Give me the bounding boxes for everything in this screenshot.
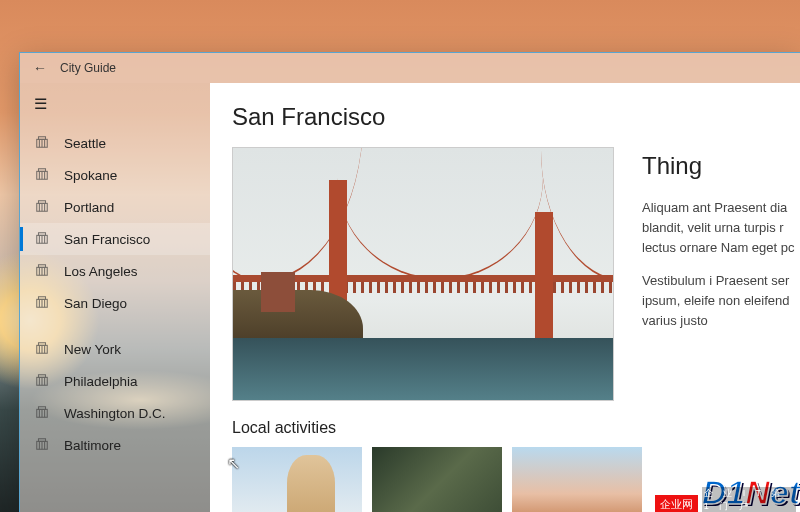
window-title: City Guide bbox=[60, 61, 116, 75]
sidebar-item-portland[interactable]: Portland bbox=[20, 191, 210, 223]
nav-list: SeattleSpokanePortlandSan FranciscoLos A… bbox=[20, 127, 210, 461]
aside-p2: Vestibulum i Praesent ser ipsum, eleife … bbox=[642, 271, 800, 331]
sidebar-item-label: Los Angeles bbox=[64, 264, 138, 279]
watermark: 企业网 D1Net 企 业 I T 第 1 门 户 bbox=[655, 473, 800, 512]
aside-heading: Thing bbox=[642, 147, 800, 184]
client-area: ☰ SeattleSpokanePortlandSan FranciscoLos… bbox=[20, 83, 800, 512]
sidebar-item-label: Baltimore bbox=[64, 438, 121, 453]
watermark-red: 企业网 bbox=[655, 495, 698, 512]
city-icon bbox=[34, 341, 50, 358]
sidebar-item-label: New York bbox=[64, 342, 121, 357]
city-icon bbox=[34, 167, 50, 184]
svg-rect-39 bbox=[39, 374, 46, 377]
svg-rect-24 bbox=[39, 264, 46, 267]
svg-rect-49 bbox=[39, 438, 46, 441]
svg-rect-29 bbox=[39, 296, 46, 299]
sidebar-item-san-diego[interactable]: San Diego bbox=[20, 287, 210, 319]
sidebar-item-new-york[interactable]: New York bbox=[20, 333, 210, 365]
svg-rect-44 bbox=[39, 406, 46, 409]
city-icon bbox=[34, 295, 50, 312]
app-window: ← City Guide ☰ SeattleSpokanePortlandSan… bbox=[19, 52, 800, 512]
sidebar-item-san-francisco[interactable]: San Francisco bbox=[20, 223, 210, 255]
sidebar-item-label: Spokane bbox=[64, 168, 117, 183]
sidebar-item-label: Seattle bbox=[64, 136, 106, 151]
svg-rect-9 bbox=[39, 168, 46, 171]
svg-rect-4 bbox=[39, 136, 46, 139]
sidebar-item-philadelphia[interactable]: Philadelphia bbox=[20, 365, 210, 397]
city-icon bbox=[34, 199, 50, 216]
hero-image bbox=[232, 147, 614, 401]
content-pane: San Francisco Thing Aliquam ant Praesent… bbox=[210, 83, 800, 512]
city-icon bbox=[34, 135, 50, 152]
back-button[interactable]: ← bbox=[20, 53, 60, 83]
aside-p1: Aliquam ant Praesent dia blandit, velit … bbox=[642, 198, 800, 258]
sidebar-item-label: San Diego bbox=[64, 296, 127, 311]
watermark-sub: 企 业 I T 第 1 门 户 bbox=[702, 487, 796, 512]
activity-thumb[interactable] bbox=[372, 447, 502, 512]
city-icon bbox=[34, 263, 50, 280]
city-icon bbox=[34, 373, 50, 390]
hero-row: Thing Aliquam ant Praesent dia blandit, … bbox=[232, 147, 800, 401]
sidebar: ☰ SeattleSpokanePortlandSan FranciscoLos… bbox=[20, 83, 210, 512]
hamburger-button[interactable]: ☰ bbox=[20, 83, 210, 127]
section-local-activities: Local activities bbox=[232, 419, 800, 437]
sidebar-item-label: Portland bbox=[64, 200, 114, 215]
titlebar: ← City Guide bbox=[20, 53, 800, 83]
city-icon bbox=[34, 405, 50, 422]
sidebar-item-los-angeles[interactable]: Los Angeles bbox=[20, 255, 210, 287]
sidebar-item-label: Philadelphia bbox=[64, 374, 138, 389]
city-icon bbox=[34, 231, 50, 248]
aside-text: Thing Aliquam ant Praesent dia blandit, … bbox=[642, 147, 800, 343]
city-icon bbox=[34, 437, 50, 454]
sidebar-item-baltimore[interactable]: Baltimore bbox=[20, 429, 210, 461]
svg-rect-34 bbox=[39, 342, 46, 345]
sidebar-item-label: San Francisco bbox=[64, 232, 150, 247]
sidebar-item-seattle[interactable]: Seattle bbox=[20, 127, 210, 159]
sidebar-item-washington-d-c-[interactable]: Washington D.C. bbox=[20, 397, 210, 429]
page-title: San Francisco bbox=[232, 103, 800, 131]
svg-rect-14 bbox=[39, 200, 46, 203]
sidebar-item-label: Washington D.C. bbox=[64, 406, 166, 421]
svg-rect-19 bbox=[39, 232, 46, 235]
activity-thumb[interactable] bbox=[512, 447, 642, 512]
activity-thumb[interactable] bbox=[232, 447, 362, 512]
sidebar-item-spokane[interactable]: Spokane bbox=[20, 159, 210, 191]
